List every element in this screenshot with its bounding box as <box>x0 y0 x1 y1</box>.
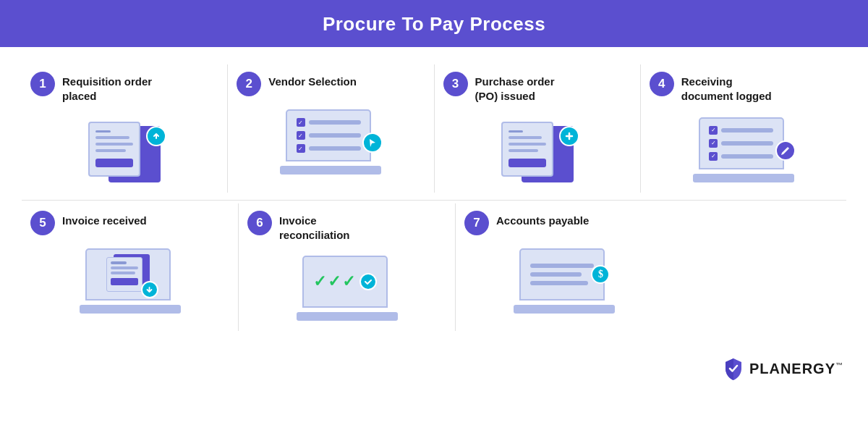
step-4: 4 Receivingdocument logged ✓ ✓ <box>641 64 846 193</box>
step-title-7: Accounts payable <box>496 211 589 228</box>
steps-row-1: 1 Requisition orderplaced <box>22 64 846 193</box>
step-title-2: Vendor Selection <box>268 72 357 89</box>
step-2: 2 Vendor Selection ✓ ✓ <box>228 64 434 193</box>
step-1: 1 Requisition orderplaced <box>22 64 228 193</box>
step-number-5: 5 <box>30 211 55 235</box>
step-6-illustration: ✓ ✓ ✓ <box>247 256 446 321</box>
step-3-illustration <box>443 117 631 182</box>
brand-shield-icon <box>723 357 744 380</box>
step-number-2: 2 <box>237 72 261 96</box>
step-number-1: 1 <box>30 72 55 96</box>
step-number-6: 6 <box>247 211 272 235</box>
page-title: Procure To Pay Process <box>323 13 545 35</box>
step-1-illustration <box>30 117 218 182</box>
step-5: 5 Invoice received <box>22 203 239 332</box>
step-6: 6 Invoicereconciliation ✓ ✓ ✓ <box>239 203 456 332</box>
step-3: 3 Purchase order(PO) issued <box>435 64 641 193</box>
step-title-3: Purchase order(PO) issued <box>475 72 555 104</box>
step-7: 7 Accounts payable $ <box>456 203 673 332</box>
brand-name: PLANERGY™ <box>749 361 843 377</box>
step-2-illustration: ✓ ✓ ✓ <box>237 109 425 175</box>
step-title-5: Invoice received <box>62 211 147 228</box>
step-5-illustration <box>30 248 229 314</box>
brand-footer: PLANERGY™ <box>0 353 868 380</box>
step-4-illustration: ✓ ✓ ✓ <box>650 117 838 182</box>
step-title-1: Requisition orderplaced <box>62 72 152 104</box>
step-number-7: 7 <box>464 211 489 235</box>
header: Procure To Pay Process <box>0 0 868 47</box>
step-number-3: 3 <box>443 72 468 96</box>
step-number-4: 4 <box>650 72 674 96</box>
step-title-4: Receivingdocument logged <box>681 72 772 104</box>
step-title-6: Invoicereconciliation <box>279 211 350 243</box>
steps-row-2: 5 Invoice received <box>22 203 673 332</box>
step-7-illustration: $ <box>464 248 664 314</box>
